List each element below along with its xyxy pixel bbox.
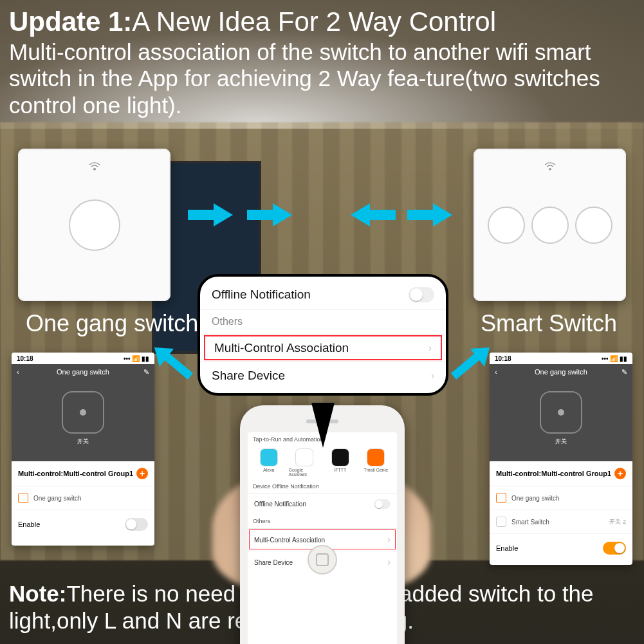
voice-services-row: Alexa Google Assistant IFTTT Tmall Genie [248, 446, 397, 479]
arrow-right-icon [188, 203, 233, 226]
note-strong: Note: [9, 581, 66, 606]
row-label: Multi-Control Association [214, 341, 349, 355]
row-label: Share Device [212, 369, 285, 383]
status-time: 10:18 [495, 355, 511, 362]
switch-buttons [488, 207, 612, 244]
enable-label: Enable [496, 544, 518, 552]
offline-notification-row[interactable]: Offline Notification [200, 281, 446, 309]
switch-buttons [69, 199, 120, 251]
item-label: One gang switch [33, 495, 82, 502]
wifi-icon [89, 161, 100, 170]
status-indicators-icon: ••• 📶 ▮▮ [124, 355, 149, 362]
chevron-right-icon: › [431, 370, 434, 382]
row-label: Multi-control:Multi-control Group1 [18, 470, 133, 477]
toggle-off-icon[interactable] [125, 518, 148, 531]
back-icon[interactable]: ‹ [495, 368, 497, 376]
row-label: Offline Notification [212, 288, 311, 302]
switch-button [575, 207, 612, 244]
headline: Update 1:A New Idea For 2 Way Control [9, 6, 635, 37]
alexa-service[interactable]: Alexa [253, 449, 285, 477]
status-bar: 10:18 ••• 📶 ▮▮ [12, 353, 154, 364]
chevron-right-icon: › [428, 342, 432, 354]
app-title: One gang switch [535, 368, 587, 376]
callout-pointer-icon [311, 403, 335, 448]
status-indicators-icon: ••• 📶 ▮▮ [602, 355, 627, 362]
group-item-row[interactable]: Smart Switch 开关 2 [490, 510, 632, 534]
arrow-right-icon [407, 203, 452, 226]
back-icon[interactable]: ‹ [17, 368, 19, 376]
enable-row[interactable]: Enable [490, 534, 632, 562]
group-item-row[interactable]: One gang switch [490, 486, 632, 510]
item-meta: 开关 2 [609, 518, 626, 526]
others-section-label: Others [200, 309, 446, 334]
section-label: Others [248, 514, 397, 528]
section-label: Device Offline Notification [248, 479, 397, 493]
app-screenshot-right: 10:18 ••• 📶 ▮▮ ‹ One gang switch ✎ 开关 Mu… [490, 353, 632, 565]
google-assistant-icon [296, 449, 313, 466]
toggle-off-icon[interactable] [374, 499, 391, 509]
phone-home-button[interactable] [308, 545, 337, 575]
device-square-icon [18, 493, 28, 503]
tmall-genie-service[interactable]: Tmall Genie [360, 449, 392, 477]
multi-control-group-row[interactable]: Multi-control:Multi-control Group1 + [12, 461, 154, 486]
switch-button [69, 199, 120, 251]
app-screenshot-left: 10:18 ••• 📶 ▮▮ ‹ One gang switch ✎ 开关 Mu… [12, 353, 154, 546]
right-caption: Smart Switch [481, 310, 617, 337]
status-time: 10:18 [17, 355, 33, 362]
device-preview: 开关 [490, 380, 632, 461]
headline-rest: A New Idea For 2 Way Control [132, 6, 496, 37]
status-bar: 10:18 ••• 📶 ▮▮ [490, 353, 632, 364]
row-label: Multi-control:Multi-control Group1 [496, 470, 611, 477]
share-device-row[interactable]: Share Device › [200, 362, 446, 389]
device-label: 开关 [555, 437, 567, 446]
add-icon[interactable]: + [614, 468, 626, 479]
enable-row[interactable]: Enable [12, 510, 154, 538]
arrow-right-icon [351, 203, 396, 226]
description-text: Multi-control association of the switch … [9, 39, 635, 118]
one-gang-switch-panel [18, 149, 170, 301]
tmall-genie-icon [367, 449, 384, 466]
power-dot-icon [558, 409, 564, 416]
device-tile[interactable] [62, 391, 104, 434]
ifttt-service[interactable]: IFTTT [324, 449, 356, 477]
chevron-right-icon: › [387, 557, 391, 568]
toggle-on-icon[interactable] [603, 542, 626, 555]
phone-screen: Tap-to-Run and Automation Alexa Google A… [248, 432, 397, 644]
item-label: One gang switch [511, 495, 560, 502]
left-caption: One gang switch [26, 310, 198, 337]
power-dot-icon [80, 409, 86, 416]
app-header: ‹ One gang switch ✎ [12, 364, 154, 380]
multi-control-association-row[interactable]: Multi-Control Association › [203, 334, 443, 362]
app-header: ‹ One gang switch ✎ [490, 364, 632, 380]
google-assistant-service[interactable]: Google Assistant [289, 449, 321, 477]
arrow-diag-icon [451, 347, 490, 381]
multi-control-group-row[interactable]: Multi-control:Multi-control Group1 + [490, 461, 632, 486]
headline-strong: Update 1: [9, 6, 132, 37]
edit-icon[interactable]: ✎ [143, 368, 149, 376]
switch-button [488, 207, 525, 244]
three-gang-switch-panel [474, 149, 626, 301]
chevron-right-icon: › [387, 534, 391, 546]
add-icon[interactable]: + [136, 468, 148, 479]
arrow-diag-icon [154, 347, 193, 381]
item-label: Smart Switch [511, 519, 549, 526]
product-infographic: Update 1:A New Idea For 2 Way Control Mu… [0, 0, 644, 644]
enable-label: Enable [18, 520, 40, 528]
group-item-row[interactable]: One gang switch [12, 486, 154, 510]
toggle-off-icon[interactable] [409, 287, 434, 302]
alexa-icon [261, 449, 277, 466]
device-label: 开关 [77, 437, 89, 446]
settings-callout: Offline Notification Others Multi-Contro… [198, 274, 448, 396]
ifttt-icon [332, 449, 349, 466]
app-title: One gang switch [57, 368, 109, 376]
device-square-icon [496, 493, 506, 503]
device-preview: 开关 [12, 380, 154, 461]
device-square-icon [496, 517, 506, 527]
arrow-right-icon [247, 203, 292, 226]
edit-icon[interactable]: ✎ [621, 368, 627, 376]
offline-notification-row[interactable]: Offline Notification [248, 493, 397, 514]
switch-button [531, 207, 569, 244]
wifi-icon [544, 161, 556, 170]
device-tile[interactable] [540, 391, 582, 434]
